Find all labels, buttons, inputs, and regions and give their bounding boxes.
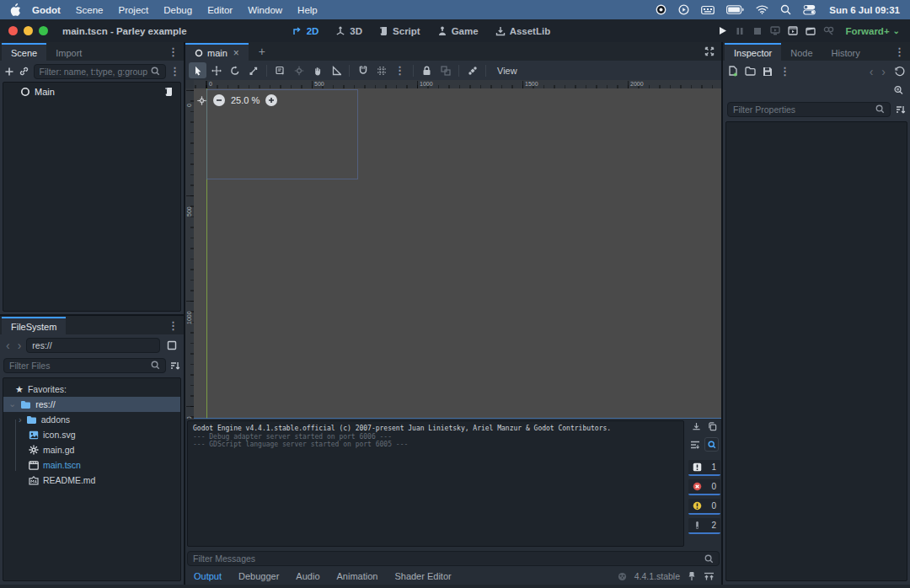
- bottom-tab-shader-editor[interactable]: Shader Editor: [386, 571, 459, 581]
- movie-maker-button[interactable]: [820, 24, 838, 39]
- inspector-filter-options-icon[interactable]: [895, 104, 906, 115]
- tab-scene[interactable]: Scene: [2, 43, 46, 61]
- filter-messages-toggle[interactable]: 1: [688, 460, 720, 476]
- open-docs-icon[interactable]: [893, 85, 905, 96]
- resource-options-icon[interactable]: ⋮: [779, 66, 790, 77]
- bottom-tab-audio[interactable]: Audio: [287, 571, 328, 581]
- filter-errors-toggle[interactable]: 0: [688, 479, 720, 495]
- menu-scene[interactable]: Scene: [68, 5, 111, 15]
- favorites-row[interactable]: ★ Favorites:: [3, 382, 180, 397]
- zoom-out-button[interactable]: [213, 94, 225, 106]
- output-log[interactable]: Godot Engine v4.4.1.stable.official (c) …: [187, 420, 684, 547]
- menu-help[interactable]: Help: [290, 5, 325, 15]
- scene-dock-menu-icon[interactable]: ⋮: [168, 46, 179, 57]
- scene-filter-input[interactable]: Filter: name, t:type, g:group: [34, 64, 166, 79]
- tab-inspector[interactable]: Inspector: [725, 43, 781, 61]
- control-center-icon[interactable]: [803, 4, 816, 15]
- fs-back-button[interactable]: ‹: [3, 339, 13, 352]
- play-remote-button[interactable]: [767, 24, 784, 39]
- filter-messages-input[interactable]: Filter Messages: [187, 551, 720, 566]
- instance-scene-button[interactable]: [19, 63, 30, 79]
- tab-history[interactable]: History: [822, 43, 870, 61]
- close-window-button[interactable]: [8, 26, 18, 35]
- fs-row-readme[interactable]: README.md: [3, 473, 180, 488]
- tab-filesystem[interactable]: FileSystem: [2, 317, 66, 334]
- snap-options-menu-icon[interactable]: ⋮: [391, 62, 409, 78]
- fs-row-main-tscn[interactable]: main.tscn: [3, 457, 180, 473]
- canvas-viewport[interactable]: 0 500 1000 1500 2000 0 500 1000 1500 25.…: [185, 80, 721, 419]
- wifi-icon[interactable]: [756, 5, 768, 14]
- collapse-icon[interactable]: ⌄: [8, 402, 16, 407]
- move-mode-button[interactable]: [207, 62, 225, 78]
- workspace-3d-button[interactable]: 3D: [327, 26, 371, 36]
- tab-node[interactable]: Node: [781, 43, 822, 61]
- fs-forward-button[interactable]: ›: [15, 339, 24, 352]
- play-button[interactable]: [714, 24, 731, 39]
- group-selected-button[interactable]: [436, 62, 454, 78]
- menu-project[interactable]: Project: [110, 5, 156, 15]
- zoom-level[interactable]: 25.0 %: [231, 95, 260, 105]
- play-custom-scene-button[interactable]: [802, 24, 820, 39]
- new-resource-icon[interactable]: [728, 66, 738, 77]
- fs-sort-icon[interactable]: [169, 361, 180, 371]
- tab-import[interactable]: Import: [46, 43, 91, 61]
- object-history-icon[interactable]: [894, 66, 905, 77]
- pan-mode-button[interactable]: [308, 62, 326, 78]
- history-back-icon[interactable]: ‹: [870, 65, 874, 78]
- fs-row-icon-svg[interactable]: icon.svg: [3, 427, 180, 442]
- expand-bottom-panel-icon[interactable]: [704, 572, 715, 581]
- skeleton-options-icon[interactable]: [463, 62, 481, 78]
- menubar-clock[interactable]: Sun 6 Jul 09:31: [829, 5, 900, 15]
- pause-button[interactable]: [731, 24, 749, 39]
- apple-icon[interactable]: [10, 3, 21, 16]
- fs-filter-input[interactable]: Filter Files: [3, 358, 166, 373]
- filter-info-toggle[interactable]: 2: [688, 518, 720, 534]
- collapse-duplicates-icon[interactable]: [690, 440, 700, 450]
- list-select-button[interactable]: [271, 62, 289, 78]
- keyboard-icon[interactable]: [701, 5, 715, 15]
- lock-selected-button[interactable]: [418, 62, 436, 78]
- zoom-in-button[interactable]: [265, 94, 277, 106]
- menu-godot[interactable]: Godot: [24, 5, 68, 15]
- grid-snap-icon[interactable]: [372, 62, 390, 78]
- expand-icon[interactable]: ›: [19, 414, 22, 425]
- select-mode-button[interactable]: [189, 62, 206, 78]
- menu-editor[interactable]: Editor: [200, 5, 240, 15]
- inspector-menu-icon[interactable]: ⋮: [894, 46, 905, 57]
- fs-row-addons[interactable]: › addons: [3, 412, 180, 427]
- screen-record-icon[interactable]: [656, 4, 666, 15]
- workspace-game-button[interactable]: Game: [429, 26, 487, 36]
- battery-icon[interactable]: [726, 5, 744, 14]
- canvas-2d[interactable]: 25.0 %: [194, 88, 721, 419]
- menu-window[interactable]: Window: [240, 5, 290, 15]
- close-tab-icon[interactable]: ×: [233, 47, 239, 59]
- fs-path-field[interactable]: res://: [26, 338, 160, 353]
- menu-debug[interactable]: Debug: [156, 5, 200, 15]
- spotlight-search-icon[interactable]: [780, 4, 791, 15]
- scene-tree-menu-icon[interactable]: ⋮: [169, 66, 180, 77]
- load-resource-icon[interactable]: [745, 67, 756, 76]
- pin-bottom-panel-icon[interactable]: [688, 571, 696, 581]
- scale-mode-button[interactable]: [244, 62, 262, 78]
- fs-row-main-gd[interactable]: main.gd: [3, 442, 180, 457]
- minimize-window-button[interactable]: [24, 26, 33, 35]
- bottom-tab-output[interactable]: Output: [185, 571, 230, 581]
- workspace-2d-button[interactable]: 2D: [284, 26, 328, 36]
- screen-mirroring-icon[interactable]: [678, 4, 689, 15]
- smart-snap-icon[interactable]: [354, 62, 372, 78]
- history-forward-icon[interactable]: ›: [881, 65, 886, 78]
- filter-warnings-toggle[interactable]: 0: [688, 499, 720, 515]
- search-log-button[interactable]: [704, 437, 719, 452]
- renderer-dropdown[interactable]: Forward+ ⌄: [846, 26, 900, 36]
- play-scene-button[interactable]: [784, 24, 802, 39]
- save-resource-icon[interactable]: [763, 67, 773, 77]
- add-node-button[interactable]: [3, 63, 15, 79]
- tab-main-scene[interactable]: main ×: [185, 43, 249, 61]
- new-scene-tab-button[interactable]: +: [249, 45, 276, 58]
- workspace-script-button[interactable]: Script: [371, 26, 429, 36]
- stop-button[interactable]: [749, 24, 767, 39]
- version-label[interactable]: 4.4.1.stable: [634, 571, 680, 581]
- rotate-mode-button[interactable]: [226, 62, 244, 78]
- bottom-tab-animation[interactable]: Animation: [329, 571, 387, 581]
- distraction-free-icon[interactable]: [704, 46, 715, 56]
